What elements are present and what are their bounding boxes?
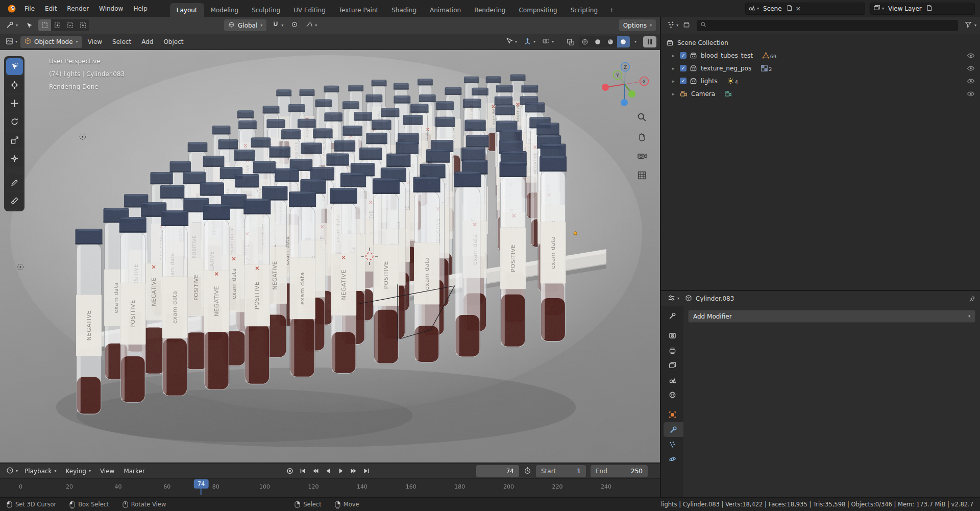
3d-scene[interactable]: exam dataNEGATIVEPOSITIVEexam dataNEGATI… (0, 50, 660, 463)
timeline-ruler[interactable]: 0 20 40 60 80 100 120 140 160 (0, 478, 660, 497)
new-scene-icon[interactable] (786, 5, 793, 13)
record-icon[interactable] (284, 466, 296, 477)
view-layer-selector[interactable]: ▾ View Layer (870, 3, 975, 15)
workspace-tab[interactable]: Rendering (468, 3, 512, 17)
pause-render-button[interactable] (643, 36, 656, 47)
properties-tab[interactable] (664, 422, 683, 437)
hide-eye-icon[interactable] (967, 77, 975, 85)
properties-tab[interactable] (661, 452, 683, 467)
pan-hand-icon[interactable] (635, 130, 648, 143)
outliner-row[interactable]: ▸ ✓ texture_neg_pos 2 (661, 62, 980, 75)
transform-orientation-dropdown[interactable]: Global ▾ (224, 19, 266, 31)
stopwatch-icon[interactable] (524, 467, 531, 476)
outliner-item-label[interactable]: blood_tubes_test (701, 52, 753, 59)
xray-toggle[interactable] (565, 37, 576, 47)
hide-eye-icon[interactable] (967, 90, 975, 98)
active-tool-dropdown[interactable]: ▾ (4, 20, 20, 31)
overlays-dropdown[interactable]: ▾ (540, 36, 556, 47)
select-mode-intersect-button[interactable] (77, 19, 89, 31)
properties-tab[interactable] (661, 358, 683, 373)
blender-logo-icon[interactable] (4, 0, 19, 17)
collection-checkbox[interactable]: ✓ (680, 65, 687, 71)
timeline-menu[interactable]: Keying▾ (61, 464, 95, 478)
current-frame-field[interactable]: 74 (476, 465, 519, 477)
shading-solid-button[interactable] (592, 36, 604, 47)
shading-material-button[interactable] (604, 36, 617, 47)
properties-tab[interactable] (661, 373, 683, 387)
outliner-item-label[interactable]: lights (701, 78, 718, 85)
axis-x-neg-ball[interactable]: X (640, 77, 649, 86)
camera-view-icon[interactable] (635, 149, 648, 162)
viewport-menu[interactable]: Object (159, 34, 188, 50)
shading-wireframe-button[interactable] (579, 36, 592, 47)
editor-type-button[interactable]: ▾ (4, 466, 20, 477)
outliner-item-label[interactable]: Camera (691, 90, 715, 98)
options-dropdown[interactable]: Options ▾ (619, 19, 656, 31)
workspace-tab[interactable]: Compositing (512, 3, 564, 17)
select-mode-subtract-button[interactable] (64, 19, 77, 31)
frame-end-field[interactable]: End250 (591, 465, 648, 477)
zoom-icon[interactable] (635, 110, 648, 124)
gizmos-dropdown[interactable]: ▾ (522, 36, 537, 47)
topbar-menu[interactable]: Help (128, 0, 152, 17)
axis-y-neg-ball[interactable]: Y (614, 71, 622, 80)
outliner-row[interactable]: ▸ ✓ blood_tubes_test 69 (661, 49, 980, 62)
workspace-tab[interactable]: Sculpting (245, 3, 287, 17)
transport-button[interactable] (297, 466, 309, 477)
expand-arrow-icon[interactable]: ▸ (672, 79, 680, 84)
axis-z-ball[interactable] (621, 99, 628, 106)
hide-eye-icon[interactable] (967, 64, 975, 72)
transport-button[interactable] (335, 466, 347, 477)
viewport-menu[interactable]: Add (137, 34, 158, 50)
topbar-menu[interactable]: Window (94, 0, 128, 17)
new-view-layer-icon[interactable] (926, 5, 933, 13)
collection-checkbox[interactable]: ✓ (680, 78, 687, 84)
axis-x-ball[interactable] (602, 84, 609, 91)
navigation-gizmo[interactable]: X Y Z (594, 54, 655, 110)
transport-button[interactable] (309, 466, 322, 477)
frame-start-field[interactable]: Start1 (536, 465, 586, 477)
outliner-item-label[interactable]: texture_neg_pos (701, 65, 751, 72)
scene-selector[interactable]: ▾ Scene × (745, 3, 865, 15)
workspace-tab[interactable]: Layout (170, 3, 204, 17)
cursor-tool-button[interactable] (6, 77, 23, 93)
outliner-row[interactable]: ▸ Camera (661, 87, 980, 100)
snapping-dropdown[interactable]: ▾ (270, 20, 285, 31)
perspective-toggle-icon[interactable] (635, 168, 648, 182)
hide-eye-icon[interactable] (967, 52, 975, 60)
workspace-tab[interactable]: UV Editing (287, 3, 332, 17)
transport-button[interactable] (322, 466, 334, 477)
unlink-scene-icon[interactable]: × (794, 5, 803, 12)
editor-type-button[interactable]: ▾ (4, 36, 19, 47)
properties-tab[interactable] (661, 407, 683, 422)
axis-z-neg-ball[interactable]: Z (621, 63, 630, 71)
collection-checkbox[interactable]: ✓ (680, 52, 687, 59)
outliner-item-label[interactable]: Scene Collection (677, 39, 728, 46)
workspace-tab[interactable]: Modeling (204, 3, 246, 17)
properties-tab[interactable] (661, 328, 683, 343)
shading-dropdown[interactable]: ▾ (632, 39, 639, 45)
topbar-menu[interactable]: Render (62, 0, 94, 17)
add-modifier-button[interactable]: Add Modifier ▾ (688, 310, 975, 323)
expand-arrow-icon[interactable]: ▸ (672, 91, 680, 96)
axis-y-ball[interactable] (628, 90, 635, 98)
properties-tab[interactable] (661, 437, 683, 452)
expand-arrow-icon[interactable]: ▸ (672, 66, 680, 71)
measure-tool-button[interactable] (6, 192, 23, 209)
search-input[interactable] (697, 20, 958, 31)
transport-button[interactable] (348, 466, 360, 477)
3d-viewport[interactable]: exam dataNEGATIVEPOSITIVEexam dataNEGATI… (0, 50, 660, 463)
select-mode-extend-button[interactable] (51, 19, 64, 31)
expand-arrow-icon[interactable]: ▸ (672, 53, 680, 58)
topbar-menu[interactable]: File (19, 0, 40, 17)
properties-tab[interactable] (661, 308, 683, 323)
timeline-menu[interactable]: Playback▾ (20, 464, 61, 478)
playhead[interactable]: 74 (194, 479, 209, 489)
viewport-menu[interactable]: View (83, 34, 107, 50)
object-visibility-dropdown[interactable]: ▾ (503, 36, 519, 47)
shading-rendered-button[interactable] (617, 36, 630, 47)
move-tool-button[interactable] (6, 95, 23, 112)
editor-type-button[interactable]: ▾ (665, 20, 680, 31)
display-mode-icon[interactable] (683, 21, 690, 30)
proportional-falloff-dropdown[interactable]: ▾ (304, 20, 319, 31)
